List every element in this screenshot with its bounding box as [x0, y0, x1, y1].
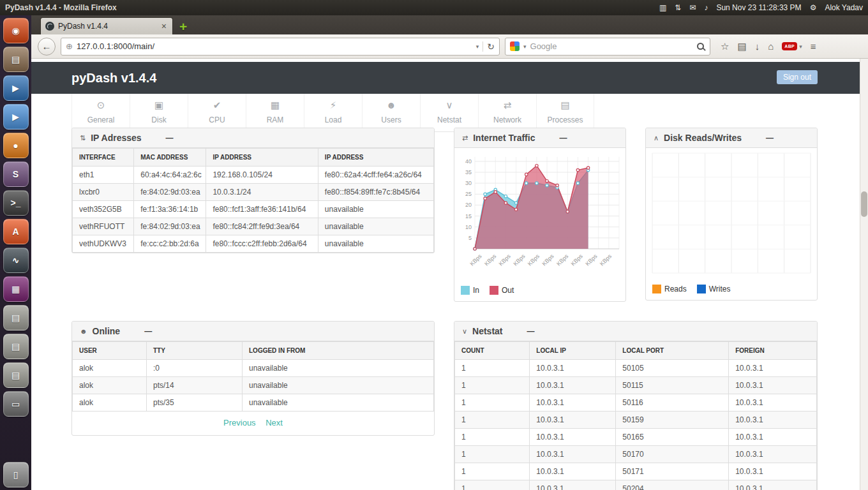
nav-tab-network[interactable]: ⇄ Network: [478, 94, 536, 131]
search-engine-icon[interactable]: [510, 41, 520, 51]
table-cell: lxcbr0: [73, 184, 134, 201]
terminal-glyph: >_: [11, 198, 21, 208]
table-row: 110.0.3.15020410.0.3.1: [455, 480, 817, 490]
nav-tab-users[interactable]: ☻ Users: [362, 94, 420, 131]
next-page-link[interactable]: Next: [266, 418, 283, 427]
table-cell: veth352G5B: [73, 201, 134, 218]
sort-arrows-icon: ⇅: [80, 134, 86, 142]
nav-tab-disk[interactable]: ▣ Disk: [130, 94, 188, 131]
nav-label: Network: [493, 115, 521, 124]
launcher-system-monitor-icon[interactable]: ∿: [3, 248, 29, 273]
svg-text:KBps: KBps: [541, 253, 555, 267]
launcher-files-icon[interactable]: ▤: [3, 47, 29, 72]
display-icon[interactable]: ▥: [659, 3, 666, 12]
bookmark-star-icon[interactable]: ☆: [721, 41, 729, 52]
nav-tab-cpu[interactable]: ✔ CPU: [188, 94, 246, 131]
launcher-terminal-icon[interactable]: >_: [3, 190, 29, 216]
legend-label: Writes: [709, 285, 731, 293]
search-input[interactable]: [530, 41, 693, 51]
back-button[interactable]: ←: [38, 38, 56, 56]
tab-title: PyDash v1.4.4: [58, 22, 156, 31]
collapse-icon[interactable]: —: [166, 134, 174, 142]
nav-tab-general[interactable]: ⊙ General: [71, 94, 130, 131]
svg-text:KBps: KBps: [555, 253, 570, 267]
nav-tab-netstat[interactable]: ∨ Netstat: [420, 94, 478, 131]
table-cell: 1: [455, 360, 530, 377]
nav-tab-processes[interactable]: ▤ Processes: [536, 94, 594, 131]
session-gear-icon[interactable]: ⚙: [810, 3, 817, 12]
table-cell: 1: [455, 446, 530, 463]
sign-out-button[interactable]: Sign out: [777, 70, 818, 84]
adblock-button[interactable]: ABP ▾: [782, 42, 802, 50]
table-cell: 192.168.0.105/24: [206, 167, 318, 184]
collapse-icon[interactable]: —: [766, 134, 774, 142]
launcher-software-center-icon[interactable]: A: [3, 219, 29, 244]
new-tab-button[interactable]: +: [179, 20, 187, 33]
url-input[interactable]: [77, 41, 472, 51]
launcher-purple-app-icon[interactable]: ▦: [3, 276, 29, 302]
network-arrows-icon: ⇄: [479, 100, 536, 111]
adblock-dropdown-icon[interactable]: ▾: [799, 43, 802, 50]
table-header-row: USERTTYLOGGED IN FROM: [73, 342, 434, 360]
collapse-icon[interactable]: —: [559, 134, 567, 142]
home-icon[interactable]: ⌂: [768, 41, 774, 52]
mail-icon[interactable]: ✉: [689, 3, 696, 12]
gauge-icon: ⊙: [72, 100, 130, 111]
table-cell: unavailable: [318, 235, 433, 253]
username[interactable]: Alok Yadav: [825, 3, 863, 12]
launcher-disk-3-icon[interactable]: ▤: [3, 362, 29, 388]
system-tray: ▥ ⇅ ✉ ♪ Sun Nov 23 11:28:33 PM ⚙ Alok Ya…: [659, 3, 863, 12]
launcher-disk-2-icon[interactable]: ▤: [3, 334, 29, 359]
table-cell: 10.0.3.1: [729, 446, 817, 463]
table-cell: unavailable: [318, 218, 433, 235]
collapse-icon[interactable]: —: [144, 327, 152, 335]
launcher-trash-icon[interactable]: ▯: [3, 462, 29, 487]
table-cell: unavailable: [243, 360, 434, 377]
table-cell: 10.0.3.1: [530, 463, 616, 480]
volume-icon[interactable]: ♪: [704, 3, 708, 12]
search-icon[interactable]: [697, 43, 704, 50]
svg-text:KBps: KBps: [527, 253, 541, 267]
scrollbar[interactable]: [860, 59, 868, 490]
launcher-music-player-icon[interactable]: ▶: [3, 75, 29, 101]
url-dropdown-icon[interactable]: ▾: [476, 43, 479, 50]
launcher-text-editor-icon[interactable]: S: [3, 161, 29, 187]
app-title: pyDash v1.4.4: [71, 71, 156, 85]
adblock-badge[interactable]: ABP: [782, 42, 797, 50]
nav-tab-load[interactable]: ⚡ Load: [304, 94, 362, 131]
site-identity-icon[interactable]: ⊕: [66, 41, 73, 51]
panels-row-top: ⇅ IP Adresses — INTERFACEMAC ADDRESSIP A…: [71, 128, 860, 302]
in-swatch: [461, 286, 470, 295]
reload-icon[interactable]: ↻: [483, 41, 495, 52]
search-bar[interactable]: ▾: [505, 38, 710, 56]
launcher-video-player-icon[interactable]: ▶: [3, 104, 29, 130]
nav-tab-ram[interactable]: ▦ RAM: [246, 94, 304, 131]
tab-close-icon[interactable]: ×: [160, 22, 168, 31]
browser-tab[interactable]: PyDash v1.4.4 ×: [40, 17, 173, 34]
launcher-dash-icon[interactable]: ◉: [3, 18, 29, 43]
table-cell: 10.0.3.1: [729, 412, 817, 429]
hamburger-menu-icon[interactable]: ≡: [811, 41, 816, 52]
launcher-movie-player-icon[interactable]: ▭: [3, 391, 29, 417]
svg-text:20: 20: [465, 202, 472, 208]
nav-label: General: [87, 115, 115, 124]
nav-label: Netstat: [437, 115, 461, 124]
legend-item-out: Out: [490, 286, 514, 295]
scrollbar-thumb[interactable]: [861, 191, 867, 217]
url-bar[interactable]: ⊕ ▾ ↻: [61, 38, 500, 56]
launcher-disk-1-icon[interactable]: ▤: [3, 305, 29, 330]
table-cell: unavailable: [318, 201, 433, 218]
table-cell: 10.0.3.1: [530, 360, 616, 377]
launcher-firefox-icon[interactable]: ●: [3, 133, 29, 158]
svg-text:35: 35: [465, 169, 472, 175]
collapse-icon[interactable]: —: [527, 327, 535, 335]
search-engine-dropdown-icon[interactable]: ▾: [523, 43, 527, 50]
table-row: eth160:a4:4c:64:a2:6c192.168.0.105/24fe8…: [73, 167, 434, 184]
downloads-icon[interactable]: ↓: [755, 41, 760, 52]
clock[interactable]: Sun Nov 23 11:28:33 PM: [716, 3, 801, 12]
svg-text:40: 40: [465, 158, 472, 165]
previous-page-link[interactable]: Previous: [223, 418, 256, 427]
bookmarks-menu-icon[interactable]: ▤: [737, 41, 746, 52]
network-arrows-icon[interactable]: ⇅: [675, 3, 681, 12]
panel-header: ∧ Disk Reads/Writes —: [646, 128, 817, 148]
